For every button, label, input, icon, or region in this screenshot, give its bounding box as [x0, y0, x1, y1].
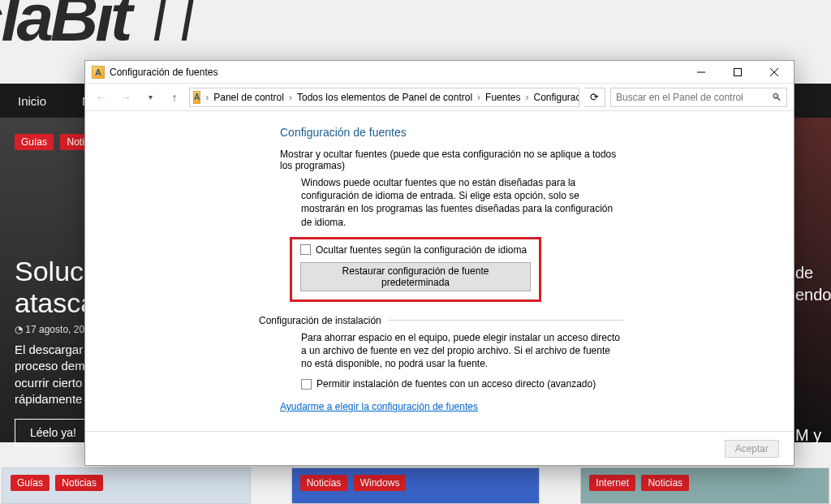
bottom-card-1[interactable]: Noticias Windows — [291, 467, 540, 504]
breadcrumb-seg-3[interactable]: Configuración de fuentes — [530, 92, 579, 103]
card2-tag2[interactable]: Noticias — [641, 475, 689, 491]
bottom-card-0[interactable]: Guías Noticias — [2, 467, 251, 504]
hero-tag-guias[interactable]: Guías — [15, 134, 54, 150]
allow-shortcut-checkbox-row[interactable]: Permitir instalación de fuentes con un a… — [280, 378, 623, 390]
dialog-body: Configuración de fuentes Mostrar y ocult… — [85, 111, 794, 431]
minimize-button[interactable] — [682, 61, 719, 83]
close-button[interactable] — [756, 61, 792, 83]
chevron-right-icon: › — [523, 92, 530, 103]
address-bar: ← → ▾ ↑ A › Panel de control › Todos los… — [85, 84, 794, 111]
site-logo-accent — [154, 0, 196, 41]
card0-tag1[interactable]: Guías — [11, 475, 50, 491]
allow-shortcut-checkbox-label: Permitir instalación de fuentes con un a… — [316, 378, 596, 390]
minimize-icon — [697, 68, 705, 76]
chevron-right-icon: › — [287, 92, 294, 103]
dialog-footer: Aceptar — [85, 431, 794, 465]
hide-fonts-checkbox[interactable] — [300, 244, 311, 255]
breadcrumb[interactable]: A › Panel de control › Todos los element… — [189, 88, 579, 107]
search-icon[interactable]: 🔍︎ — [772, 92, 781, 103]
chevron-right-icon: › — [476, 92, 482, 103]
restore-defaults-button[interactable]: Restaurar configuración de fuente predet… — [300, 262, 531, 291]
maximize-button[interactable] — [719, 61, 756, 83]
right-hero-strip: de endo M y — [790, 118, 831, 442]
card2-tag1[interactable]: Internet — [589, 475, 635, 491]
chevron-right-icon: › — [204, 92, 210, 103]
titlebar[interactable]: A Configuración de fuentes — [85, 61, 794, 84]
site-logo-text: slaBit — [0, 0, 129, 56]
section-install-desc: Para ahorrar espacio en el equipo, puede… — [280, 331, 623, 371]
nav-forward-button[interactable]: → — [116, 88, 136, 107]
svg-rect-1 — [734, 68, 741, 75]
highlight-box: Ocultar fuentes según la configuración d… — [290, 237, 541, 302]
search-input[interactable] — [616, 92, 769, 103]
card0-tag2[interactable]: Noticias — [55, 475, 103, 491]
allow-shortcut-checkbox[interactable] — [301, 379, 312, 390]
section-hide-fonts-desc: Windows puede ocultar fuentes que no est… — [280, 176, 623, 229]
nav-inicio[interactable]: Inicio — [0, 94, 64, 108]
fonts-settings-window: A Configuración de fuentes ← → ▾ ↑ A › P… — [84, 60, 794, 466]
breadcrumb-seg-2[interactable]: Fuentes — [482, 92, 523, 103]
page-heading: Configuración de fuentes — [280, 126, 623, 139]
bottom-card-2[interactable]: Internet Noticias — [580, 467, 829, 504]
hide-fonts-checkbox-row[interactable]: Ocultar fuentes según la configuración d… — [300, 244, 531, 256]
nav-back-button[interactable]: ← — [92, 88, 111, 107]
refresh-button[interactable]: ⟳ — [584, 88, 605, 107]
breadcrumb-seg-1[interactable]: Todos los elementos de Panel de control — [294, 92, 476, 103]
nav-up-button[interactable]: ↑ — [165, 88, 184, 107]
help-link[interactable]: Ayudarme a elegir la configuración de fu… — [280, 401, 478, 412]
breadcrumb-seg-0[interactable]: Panel de control — [210, 92, 287, 103]
window-title: Configuración de fuentes — [110, 67, 682, 78]
breadcrumb-fonts-icon: A — [193, 91, 200, 104]
bottom-cards-row: Guías Noticias Noticias Windows Internet… — [0, 467, 831, 504]
fonts-app-icon: A — [92, 66, 105, 79]
accept-button[interactable]: Aceptar — [725, 440, 779, 458]
close-icon — [770, 68, 778, 76]
hide-fonts-checkbox-label: Ocultar fuentes según la configuración d… — [316, 244, 527, 256]
maximize-icon — [734, 68, 742, 76]
card1-tag1[interactable]: Noticias — [300, 475, 348, 491]
section-hide-fonts-header: Mostrar y ocultar fuentes (puede que est… — [280, 149, 623, 171]
section-install-header: Configuración de instalación — [259, 315, 623, 326]
nav-recent-button[interactable]: ▾ — [140, 88, 160, 107]
card1-tag2[interactable]: Windows — [354, 475, 407, 491]
hero-read-button[interactable]: Léelo ya! — [15, 419, 92, 446]
search-box[interactable]: 🔍︎ — [610, 88, 787, 107]
